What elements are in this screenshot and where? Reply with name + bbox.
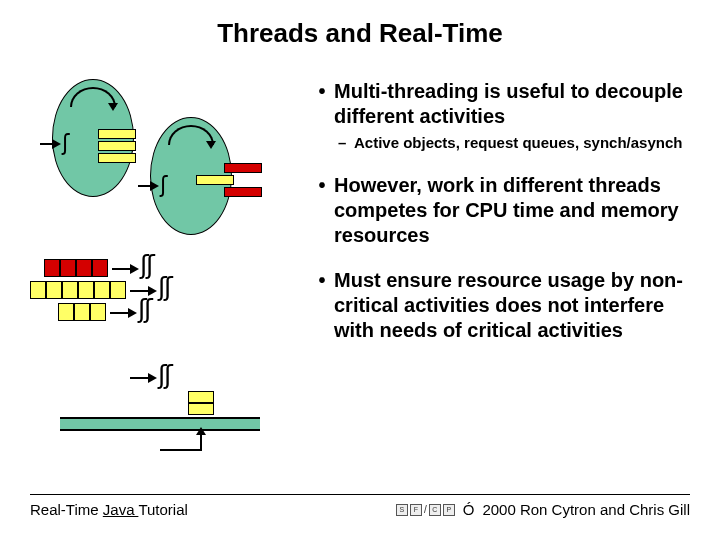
bullet-text: Multi-threading is useful to decouple di… [334,79,702,129]
logo-icon: S [396,504,408,516]
arrow-head [128,308,137,318]
diagram-column: ʃ ʃ ʃʃ ʃʃ [0,79,310,459]
bullet-dot-icon: • [310,173,334,248]
footer-logos: S F / C P [396,504,455,516]
footer-link-text: Java [103,501,139,518]
memory-row [44,259,108,277]
footer-left: Real-Time Java Tutorial [30,501,188,518]
thread-squiggle-icon: ʃʃ [158,281,170,294]
arrow-line [130,377,150,379]
bullet-dot-icon: • [310,79,334,129]
thread-squiggle-icon: ʃʃ [158,369,170,382]
footer-text: Real-Time [30,501,103,518]
slide-title: Threads and Real-Time [0,0,720,49]
memory-cell [30,281,46,299]
arrow-head [130,264,139,274]
queue-item [98,153,136,163]
bullet-dash-icon: – [338,133,354,153]
queue-item [98,141,136,151]
loop-arrowhead-2 [206,141,216,149]
thread-squiggle-icon: ʃʃ [138,303,150,316]
memory-cell [110,281,126,299]
memory-cell [94,281,110,299]
bullet-item: • Must ensure resource usage by non-crit… [310,268,702,343]
memory-cell [78,281,94,299]
queue-item-red [224,163,262,173]
bullet-item: • However, work in different threads com… [310,173,702,248]
thread-squiggle-icon: ʃ [62,137,66,148]
bullet-text: However, work in different threads compe… [334,173,702,248]
logo-icon: C [429,504,441,516]
memory-row [30,281,126,299]
cpu-bar [60,417,260,431]
logo-icon: F [410,504,422,516]
memory-cell [76,259,92,277]
footer-right: S F / C P Ó 2000 Ron Cytron and Chris Gi… [396,501,690,518]
stack-cell [188,391,214,403]
memory-cell [60,259,76,277]
arrow-line [112,268,132,270]
up-arrow-head [196,427,206,435]
content-area: ʃ ʃ ʃʃ ʃʃ [0,79,720,459]
memory-cell [90,303,106,321]
memory-cell [62,281,78,299]
memory-cell [44,259,60,277]
queue-item [98,129,136,139]
queue-item-red [224,187,262,197]
memory-cell [46,281,62,299]
arrow-line [130,290,150,292]
loop-arrowhead-1 [108,103,118,111]
arrow-line [110,312,130,314]
thread-squiggle-icon: ʃ [160,179,164,190]
logo-icon: P [443,504,455,516]
bullets-column: • Multi-threading is useful to decouple … [310,79,710,459]
memory-cell [58,303,74,321]
queue-item [196,175,234,185]
memory-cell [92,259,108,277]
footer-copyright: 2000 Ron Cytron and Chris Gill [482,501,690,518]
bullet-text: Must ensure resource usage by non-critic… [334,268,702,343]
arrow-head [150,181,159,191]
memory-cell [74,303,90,321]
stack-cell [188,403,214,415]
bullet-item: • Multi-threading is useful to decouple … [310,79,702,153]
footer-text: Tutorial [138,501,187,518]
arrow-head [148,373,157,383]
arrow-head [52,139,61,149]
bullet-subtext: Active objects, request queues, synch/as… [354,133,702,153]
bullet-dot-icon: • [310,268,334,343]
logo-divider: / [424,504,427,515]
thread-squiggle-icon: ʃʃ [140,259,152,272]
memory-row [58,303,106,321]
arrow-line [160,449,202,451]
footer: Real-Time Java Tutorial S F / C P Ó 2000… [30,494,690,518]
copyright-symbol: Ó [463,501,475,518]
